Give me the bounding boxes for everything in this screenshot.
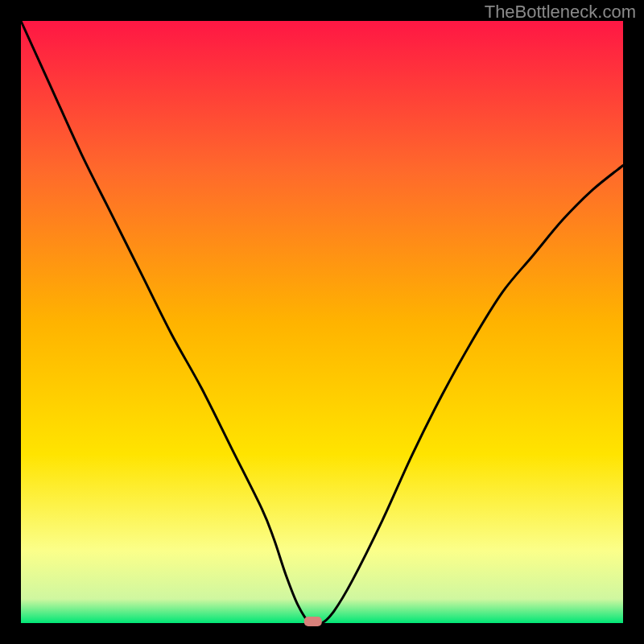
watermark-text: TheBottleneck.com [485, 2, 636, 23]
optimal-marker [304, 617, 322, 626]
bottleneck-chart [0, 0, 644, 644]
plot-area [21, 21, 623, 623]
chart-container: TheBottleneck.com [0, 0, 644, 644]
